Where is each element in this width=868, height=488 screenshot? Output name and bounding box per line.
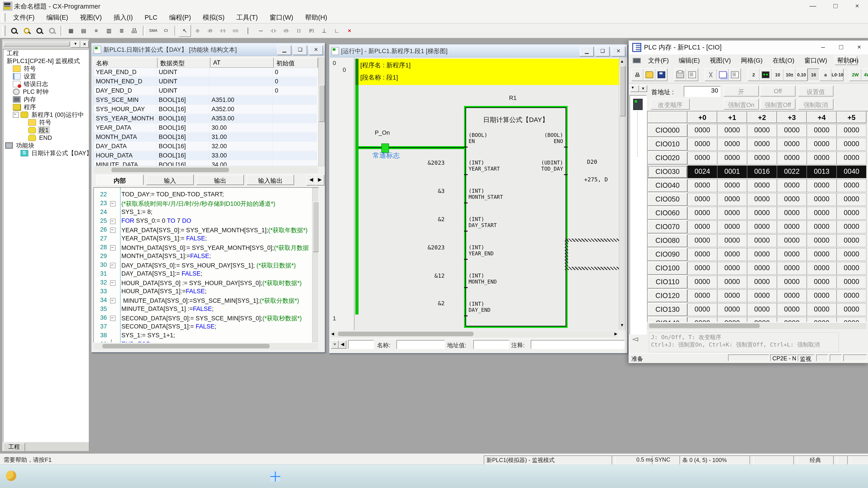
float-icon[interactable]: 0.10 (796, 68, 808, 81)
memory-cell[interactable]: 0000 (747, 234, 777, 247)
fb-minimize-button[interactable]: ▁ (277, 45, 291, 55)
cut-icon[interactable] (705, 68, 717, 81)
fb-var-row[interactable]: DAY_END_DUDINT0 (94, 86, 317, 95)
vertical-line-icon[interactable]: │ (242, 25, 254, 37)
memory-row-label-CIO120[interactable]: CIO120 (648, 289, 687, 302)
memory-cell[interactable]: 0000 (717, 275, 747, 289)
fb-var-row[interactable]: DAY_DATABOOL[16]32.00 (94, 142, 317, 151)
code-line-26[interactable]: 26YEAR_DATA[SYS_0]:= SYS_YEAR_MONTH[SYS_… (94, 226, 311, 235)
memory-cell[interactable]: 0000 (687, 303, 717, 316)
memory-cell[interactable]: 0000 (777, 124, 807, 137)
memory-cell[interactable]: 0000 (747, 138, 777, 151)
memory-cell[interactable]: 0000 (687, 207, 717, 220)
code-line-25[interactable]: 25FOR SYS_0:= 0 TO 7 DO (94, 217, 311, 226)
footer-blank-field[interactable] (348, 340, 374, 349)
menu-1[interactable]: 编辑(E) (40, 12, 74, 23)
menu-7[interactable]: 工具(T) (230, 12, 264, 23)
memory-cell[interactable]: 0000 (807, 124, 837, 137)
input-operand-1[interactable]: &3 (408, 188, 445, 194)
memory-cell[interactable]: 0000 (777, 275, 807, 289)
set-value-button[interactable]: 设置值 (798, 86, 833, 96)
memory-cell[interactable]: 0000 (747, 303, 777, 316)
paste-icon[interactable] (729, 68, 741, 81)
fb-tab-2[interactable]: 输出 (196, 175, 244, 185)
menu-4[interactable]: PLC (139, 12, 163, 23)
tree-item-4[interactable]: 错误日志 (3, 80, 88, 88)
fb-tabs-scroll-right[interactable]: ▶ (315, 175, 324, 186)
footer-close-icon[interactable]: × (331, 340, 339, 349)
memory-cell[interactable]: 0000 (837, 275, 866, 289)
fb-var-row[interactable]: HOUR_DATABOOL[16]33.00 (94, 151, 317, 160)
ascii-icon[interactable]: a (819, 68, 832, 81)
io-table-icon[interactable]: ▥ (103, 25, 115, 37)
memory-cell[interactable]: 0000 (747, 275, 777, 289)
io-comment-icon[interactable]: CI (160, 25, 172, 37)
memory-row-label-CIO010[interactable]: CIO010 (648, 138, 687, 151)
memory-cell[interactable]: 0000 (717, 234, 747, 247)
two-word-icon[interactable]: 2W (849, 68, 862, 81)
memory-cell[interactable]: 0000 (747, 221, 777, 233)
fb-invoke-icon[interactable]: [F] (305, 25, 318, 37)
memory-cell[interactable]: 0000 (717, 248, 747, 261)
copy-icon[interactable] (717, 68, 729, 81)
save-icon[interactable] (655, 68, 668, 81)
memory-cell[interactable]: 0000 (837, 152, 866, 164)
memory-menu-5[interactable]: 窗口(W) (799, 55, 832, 66)
memory-cell[interactable]: 0000 (717, 221, 747, 233)
fb-col-header-0[interactable]: 名称 (93, 58, 158, 69)
memory-cell[interactable]: 0000 (837, 289, 866, 302)
tree-item-13[interactable]: 日期计算公式【DAY】 (3, 149, 88, 157)
mdi-minimize-button[interactable]: – (835, 56, 846, 65)
grid-icon[interactable]: ▦ (65, 25, 77, 37)
tree-item-1[interactable]: 新PLC1[CP2E-N] 监视模式 (3, 57, 88, 65)
memory-cell[interactable]: 0040 (837, 165, 866, 178)
zoom-out-icon[interactable] (46, 25, 58, 37)
code-line-38[interactable]: 38SYS_1:= SYS_1+1; (94, 332, 311, 341)
memory-minimize-button[interactable]: – (814, 40, 832, 54)
fb-tabs-scroll-left[interactable]: ◀ (306, 175, 316, 186)
memory-cell[interactable]: 0016 (747, 165, 777, 178)
memory-row-label-CIO080[interactable]: CIO080 (648, 234, 687, 247)
fb-restore-button[interactable]: ❑ (293, 45, 307, 55)
instruction-icon[interactable]: [ ] (293, 25, 305, 37)
print-icon[interactable] (674, 68, 686, 81)
memory-row-label-CIO130[interactable]: CIO130 (648, 303, 687, 316)
force-on-button[interactable]: 强制置On (723, 99, 759, 109)
memory-cell[interactable]: 0000 (717, 289, 747, 302)
memory-cell[interactable]: 0000 (807, 193, 837, 206)
code-line-23[interactable]: 23(*获取系统时间年/月/日/时/分/秒存储到D100开始的通道*) (94, 200, 311, 208)
memory-row-label-CIO030[interactable]: CIO030 (648, 165, 687, 178)
ladder-vscrollbar[interactable]: ▲ ▼ (619, 58, 626, 330)
memory-row-label-CIO060[interactable]: CIO060 (648, 207, 687, 220)
memory-cell[interactable]: 0000 (807, 152, 837, 164)
memory-cell[interactable]: 0000 (747, 124, 777, 137)
memory-grid[interactable]: +0+1+2+3+4+5CIO0000000000000000000000000… (647, 111, 868, 322)
fold-toggle-icon[interactable] (110, 219, 116, 224)
open-icon[interactable] (643, 68, 655, 81)
memory-cell[interactable]: 0000 (807, 262, 837, 275)
code-line-28[interactable]: 28MONTH_DATA[SYS_0]:= SYS_YEAR_MONTH[SYS… (94, 244, 311, 253)
fb-var-row[interactable]: MINUTE_DATABOOL[16]34.00 (94, 160, 317, 166)
memory-row-label-CIO110[interactable]: CIO110 (648, 275, 687, 289)
menu-8[interactable]: 窗口(W) (264, 12, 299, 23)
memory-cell[interactable]: 0000 (687, 179, 717, 192)
memory-cell[interactable]: 0000 (717, 124, 747, 137)
signed-decimal-icon[interactable]: 10± (783, 68, 796, 81)
memory-cell[interactable]: 0000 (837, 124, 866, 137)
find-icon[interactable] (21, 25, 33, 37)
fb-table-vscrollbar[interactable] (318, 58, 325, 166)
fb-var-row[interactable]: MONTH_DATABOOL[16]31.00 (94, 133, 317, 142)
ladder-minimize-button[interactable]: ▁ (580, 46, 594, 57)
memory-cell[interactable]: 0000 (837, 303, 866, 316)
memory-cell[interactable]: 0000 (777, 207, 807, 220)
memory-cell[interactable]: 0000 (807, 221, 837, 233)
code-line-34[interactable]: 34 MINUTE_DATA[SYS_0]:=SYS_SCE_MIN[SYS_1… (94, 297, 311, 305)
memory-cell[interactable]: 0000 (837, 193, 866, 206)
memory-cell[interactable]: 0000 (777, 262, 807, 275)
memory-cell[interactable]: 0000 (747, 207, 777, 220)
memory-row-label-CIO050[interactable]: CIO050 (648, 193, 687, 206)
code-line-39[interactable]: 39END_FOR; (94, 341, 311, 343)
tree-item-2[interactable]: 符号 (3, 65, 88, 72)
memory-cell[interactable]: 0000 (807, 179, 837, 192)
code-line-37[interactable]: 37SECOND_DATA[SYS_1]:= FALSE; (94, 323, 311, 332)
